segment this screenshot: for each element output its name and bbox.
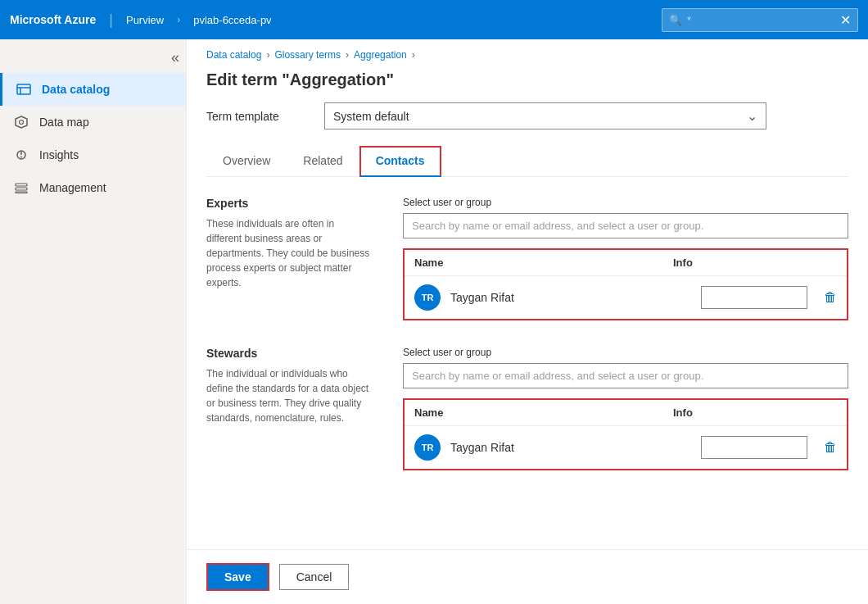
collapse-icon: « xyxy=(171,49,179,66)
stewards-title: Stewards xyxy=(206,347,370,360)
search-icon: 🔍 xyxy=(669,14,682,26)
stewards-table: Name Info TR Taygan Rifat 🗑 xyxy=(403,398,848,470)
experts-left: Experts These individuals are often in d… xyxy=(206,197,370,320)
breadcrumb-data-catalog[interactable]: Data catalog xyxy=(206,49,261,61)
experts-right: Select user or group Search by name or e… xyxy=(403,197,848,320)
footer: Save Cancel xyxy=(187,549,868,604)
experts-col-name: Name xyxy=(414,257,673,269)
management-icon xyxy=(13,179,29,196)
breadcrumb-glossary-terms[interactable]: Glossary terms xyxy=(274,49,341,61)
page-title: Edit term "Aggregation" xyxy=(187,67,868,102)
data-map-icon xyxy=(13,114,29,130)
data-catalog-icon xyxy=(16,81,32,98)
stewards-search-input[interactable]: Search by name or email address, and sel… xyxy=(403,363,848,388)
sidebar-item-data-map[interactable]: Data map xyxy=(0,106,186,139)
experts-search-input[interactable]: Search by name or email address, and sel… xyxy=(403,213,848,238)
steward-avatar-0: TR xyxy=(414,434,441,461)
breadcrumb-chevron-1: › xyxy=(266,49,269,61)
brand-label: Microsoft Azure xyxy=(10,13,96,26)
save-button[interactable]: Save xyxy=(206,563,269,591)
search-input[interactable] xyxy=(687,14,829,26)
breadcrumb-chevron-2: › xyxy=(346,49,349,61)
experts-section: Experts These individuals are often in d… xyxy=(206,197,848,320)
chevron-down-icon: ⌄ xyxy=(747,108,757,124)
term-template-label: Term template xyxy=(206,110,305,123)
breadcrumb: Data catalog › Glossary terms › Aggregat… xyxy=(187,39,868,67)
stewards-section: Stewards The individual or individuals w… xyxy=(206,347,848,470)
experts-select-label: Select user or group xyxy=(403,197,848,208)
sidebar-item-label-insights: Insights xyxy=(39,148,79,161)
form-area: Term template System default ⌄ Overview … xyxy=(187,102,868,549)
stewards-col-info: Info xyxy=(673,406,837,419)
term-template-value: System default xyxy=(333,110,409,123)
sidebar-collapse-button[interactable]: « xyxy=(0,46,186,73)
expert-info-input-0[interactable] xyxy=(701,286,807,309)
topbar: Microsoft Azure | Purview › pvlab-6cceda… xyxy=(0,0,868,39)
svg-rect-10 xyxy=(16,192,27,193)
tab-overview-label: Overview xyxy=(223,154,270,167)
term-template-select[interactable]: System default ⌄ xyxy=(324,102,766,129)
cancel-button[interactable]: Cancel xyxy=(279,564,350,590)
tab-contacts-label: Contacts xyxy=(376,154,425,167)
experts-description: These individuals are often in different… xyxy=(206,216,370,290)
tabs: Overview Related Contacts xyxy=(206,146,848,177)
instance-label: pvlab-6cceda-pv xyxy=(193,14,271,26)
svg-rect-8 xyxy=(16,184,27,186)
svg-point-7 xyxy=(20,157,22,158)
sidebar-item-data-catalog[interactable]: Data catalog xyxy=(0,73,186,106)
nav-chevron-icon: › xyxy=(177,14,180,25)
expert-name-0: Taygan Rifat xyxy=(450,291,691,304)
stewards-table-header: Name Info xyxy=(405,400,847,426)
close-icon[interactable]: ✕ xyxy=(840,12,851,28)
experts-col-info: Info xyxy=(673,257,837,269)
sidebar-item-management[interactable]: Management xyxy=(0,171,186,204)
experts-user-row: TR Taygan Rifat 🗑 xyxy=(405,276,847,319)
steward-name-0: Taygan Rifat xyxy=(450,441,691,454)
experts-title: Experts xyxy=(206,197,370,210)
svg-point-4 xyxy=(20,120,24,125)
steward-info-input-0[interactable] xyxy=(701,436,807,459)
stewards-user-row: TR Taygan Rifat 🗑 xyxy=(405,426,847,469)
tab-overview[interactable]: Overview xyxy=(206,146,287,177)
search-box[interactable]: 🔍 ✕ xyxy=(662,8,858,32)
purview-label: Purview xyxy=(126,14,164,26)
brand-divider: | xyxy=(109,11,113,29)
sidebar-item-label-data-catalog: Data catalog xyxy=(42,83,110,96)
experts-table: Name Info TR Taygan Rifat 🗑 xyxy=(403,248,848,320)
svg-marker-3 xyxy=(16,116,27,128)
sidebar-item-label-management: Management xyxy=(39,181,106,194)
steward-delete-button-0[interactable]: 🗑 xyxy=(824,440,837,455)
stewards-right: Select user or group Search by name or e… xyxy=(403,347,848,470)
tab-related-label: Related xyxy=(303,154,342,167)
tab-contacts[interactable]: Contacts xyxy=(359,146,441,177)
expert-delete-button-0[interactable]: 🗑 xyxy=(824,290,837,305)
tab-related[interactable]: Related xyxy=(287,146,359,177)
breadcrumb-chevron-3: › xyxy=(412,49,415,61)
breadcrumb-aggregation[interactable]: Aggregation xyxy=(354,49,407,61)
expert-avatar-0: TR xyxy=(414,284,441,311)
stewards-description: The individual or individuals who define… xyxy=(206,366,370,425)
sidebar-item-label-data-map: Data map xyxy=(39,116,89,129)
sidebar-item-insights[interactable]: Insights xyxy=(0,139,186,171)
svg-rect-0 xyxy=(17,84,30,94)
main-layout: « Data catalog Data map xyxy=(0,39,868,604)
stewards-left: Stewards The individual or individuals w… xyxy=(206,347,370,470)
stewards-col-name: Name xyxy=(414,406,673,419)
term-template-row: Term template System default ⌄ xyxy=(206,102,848,129)
svg-rect-9 xyxy=(16,188,27,190)
content-area: Data catalog › Glossary terms › Aggregat… xyxy=(187,39,868,604)
stewards-search-placeholder: Search by name or email address, and sel… xyxy=(412,370,703,382)
experts-table-header: Name Info xyxy=(405,250,847,276)
insights-icon xyxy=(13,147,29,163)
stewards-select-label: Select user or group xyxy=(403,347,848,358)
experts-search-placeholder: Search by name or email address, and sel… xyxy=(412,220,703,232)
sidebar: « Data catalog Data map xyxy=(0,39,187,604)
